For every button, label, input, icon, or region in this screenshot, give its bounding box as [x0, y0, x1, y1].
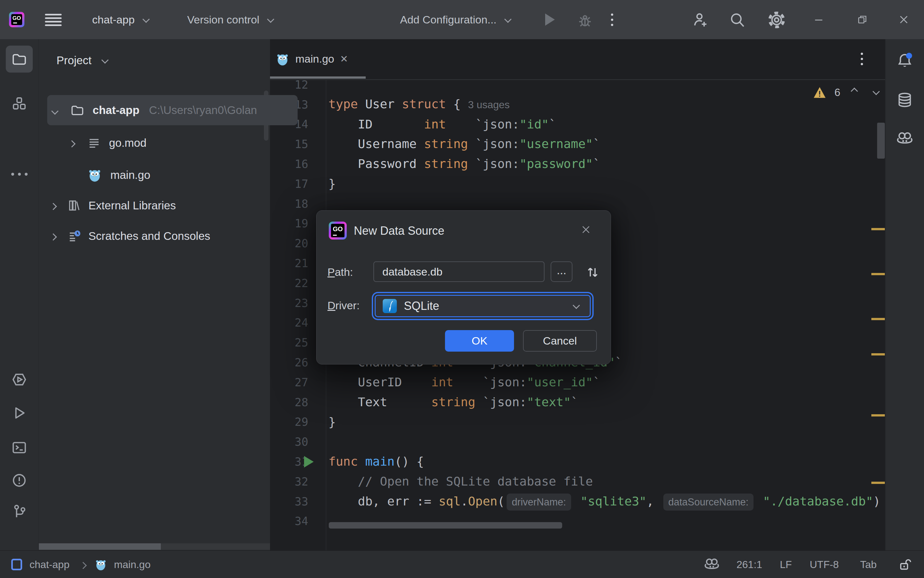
warning-stripe-mark[interactable] [871, 228, 885, 230]
cancel-button[interactable]: Cancel [523, 330, 597, 352]
parameter-hint: driverName: [507, 494, 571, 511]
chevron-right-icon [68, 140, 76, 148]
warning-stripe-mark[interactable] [871, 482, 885, 484]
gutter[interactable]: 29 [270, 412, 326, 432]
notifications-button[interactable] [891, 47, 918, 74]
editor-horizontal-scrollbar-thumb[interactable] [329, 522, 562, 529]
more-toolwindows-button[interactable] [6, 161, 33, 188]
services-toolwindow-button[interactable] [6, 366, 33, 393]
database-toolwindow-button[interactable] [891, 87, 918, 114]
gutter[interactable]: 17 [270, 174, 326, 194]
line-number: 19 [295, 217, 308, 230]
code-text[interactable]: UserID int `json:"user_id"` [328, 372, 600, 392]
code-text[interactable]: // Open the SQLite database file [328, 472, 593, 492]
ai-assistant-status-button[interactable] [704, 557, 720, 573]
read-only-toggle[interactable] [898, 557, 913, 572]
project-horizontal-scrollbar[interactable] [39, 543, 270, 550]
goland-window: GO chat-app Version control Add Configur… [0, 0, 924, 578]
project-view-selector[interactable]: Project [57, 54, 107, 67]
code-line: 16 Password string `json:"password"` [270, 154, 885, 174]
path-input[interactable]: database.db [373, 261, 545, 282]
gutter[interactable]: 28 [270, 392, 326, 412]
warning-stripe-mark[interactable] [871, 273, 885, 275]
code-with-me-button[interactable] [691, 11, 710, 29]
more-actions-button[interactable] [611, 0, 613, 39]
breadcrumb[interactable]: chat-app main.go [11, 551, 151, 578]
gutter[interactable]: 15 [270, 134, 326, 154]
gutter[interactable]: 30 [270, 432, 326, 452]
ok-button[interactable]: OK [445, 330, 514, 352]
line-number: 32 [295, 475, 308, 488]
code-text[interactable]: } [328, 174, 336, 194]
warning-stripe-mark[interactable] [871, 318, 885, 320]
warning-stripe-mark[interactable] [871, 353, 885, 356]
caret-position-widget[interactable]: 261:1 [736, 551, 762, 578]
restore-button[interactable] [848, 0, 877, 39]
gutter[interactable]: 27 [270, 372, 326, 392]
play-icon [11, 405, 27, 421]
gutter[interactable]: 18 [270, 194, 326, 214]
editor-options-button[interactable] [861, 39, 863, 78]
ai-assistant-toolwindow-button[interactable] [891, 125, 918, 152]
code-line: 32 // Open the SQLite database file [270, 472, 885, 492]
tree-item-external-libraries[interactable]: External Libraries [51, 190, 176, 221]
code-text[interactable]: ID int `json:"id"` [328, 115, 556, 135]
line-number: 29 [295, 416, 308, 429]
code-text[interactable]: Password string `json:"password"` [328, 154, 600, 174]
code-line: 31func main() { [270, 452, 885, 472]
project-horizontal-scrollbar-thumb[interactable] [39, 543, 161, 550]
gutter[interactable]: 31 [270, 452, 326, 472]
dialog-close-button[interactable] [580, 224, 592, 235]
gutter[interactable]: 33 [270, 492, 326, 511]
gutter[interactable]: 34 [270, 511, 326, 531]
tree-item-main-go[interactable]: main.go [88, 160, 150, 190]
code-text[interactable]: } [328, 412, 336, 432]
close-window-button[interactable] [889, 0, 918, 39]
terminal-toolwindow-button[interactable] [6, 434, 33, 461]
indent-widget[interactable]: Tab [860, 551, 877, 578]
browse-button[interactable]: ... [551, 261, 572, 282]
tree-item-chat-app-selected[interactable]: chat-app C:\Users\ryan0\Golan [47, 95, 298, 125]
tree-item-scratches[interactable]: Scratches and Consoles [51, 221, 210, 251]
run-configuration-selector[interactable]: Add Configuration... [400, 0, 511, 39]
run-main-icon[interactable] [304, 456, 314, 468]
editor-vertical-scrollbar-thumb[interactable] [877, 123, 885, 159]
ai-assistant-icon [704, 557, 720, 573]
search-everywhere-button[interactable] [728, 11, 747, 29]
problems-toolwindow-button[interactable] [6, 467, 33, 494]
code-text[interactable]: db, err := sql.Open(driverName: "sqlite3… [328, 492, 880, 511]
tab-main-go[interactable]: main.go ✕ [270, 39, 366, 79]
breadcrumb-file[interactable]: main.go [114, 559, 151, 570]
tab-close-icon[interactable]: ✕ [340, 53, 348, 65]
problems-icon [11, 472, 27, 489]
warning-stripe-mark[interactable] [871, 414, 885, 416]
code-text[interactable]: Username string `json:"username"` [328, 134, 600, 154]
driver-select[interactable]: SQLite [374, 295, 591, 317]
gutter[interactable]: 12 [270, 75, 326, 95]
minimize-button[interactable] [804, 0, 833, 39]
tree-item-go-mod[interactable]: go.mod [69, 128, 146, 158]
project-widget[interactable]: chat-app [92, 0, 149, 39]
main-menu-icon[interactable] [45, 12, 62, 27]
line-separator-widget[interactable]: LF [780, 551, 792, 578]
line-number: 16 [295, 157, 308, 170]
gutter[interactable]: 16 [270, 154, 326, 174]
project-toolwindow-button[interactable] [6, 45, 33, 73]
ai-assistant-icon [896, 130, 913, 148]
code-text[interactable]: Text string `json:"text"` [328, 392, 578, 412]
settings-button[interactable] [767, 11, 786, 29]
vcs-widget[interactable]: Version control [187, 0, 273, 39]
breadcrumb-project[interactable]: chat-app [29, 559, 70, 570]
gear-icon [767, 11, 786, 29]
run-button[interactable] [545, 13, 555, 27]
gutter[interactable]: 32 [270, 472, 326, 492]
encoding-widget[interactable]: UTF-8 [810, 551, 839, 578]
code-text[interactable]: func main() { [328, 452, 424, 472]
debug-button[interactable] [577, 11, 593, 28]
code-text[interactable]: type User struct { 3 usages [328, 94, 510, 115]
path-label: Path: [327, 266, 353, 278]
structure-toolwindow-button[interactable] [6, 90, 33, 117]
run-toolwindow-button[interactable] [6, 399, 33, 427]
sort-paths-button[interactable] [585, 265, 600, 279]
version-control-toolwindow-button[interactable] [6, 498, 33, 525]
